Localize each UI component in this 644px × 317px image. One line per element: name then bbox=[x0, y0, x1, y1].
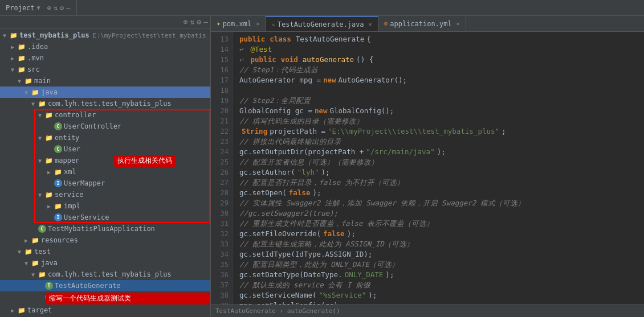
sidebar-item-package[interactable]: ▼ 📁 com.lyh.test.test_mybatis_plus bbox=[0, 98, 210, 109]
item-label: service bbox=[55, 191, 84, 199]
sidebar-item-entity[interactable]: ▼ 📁 entity bbox=[0, 132, 210, 143]
item-label: impl bbox=[64, 202, 80, 210]
item-label: xml bbox=[64, 168, 76, 176]
folder-icon: 📁 bbox=[44, 156, 54, 165]
folder-icon: 📁 bbox=[24, 76, 33, 85]
folder-icon: 📁 bbox=[44, 190, 54, 199]
code-line: // 配置日期类型，此处为 ONLY_DATE（可选） bbox=[237, 260, 644, 270]
item-label: target bbox=[27, 306, 52, 314]
tab-applicationyml[interactable]: ⚙ application.yml ✕ bbox=[378, 16, 466, 31]
sidebar-item-main[interactable]: ▼ 📁 main bbox=[0, 75, 210, 87]
sidebar-item-package-test[interactable]: ▼ 📁 com.lyh.test.test_mybatis_plus bbox=[0, 269, 210, 280]
item-label: java bbox=[41, 259, 58, 267]
code-content[interactable]: public class TestAutoGenerate { ↩ @Test … bbox=[233, 32, 644, 304]
editor-area: ✦ pom.xml ✕ ☕ TestAutoGenerate.java ✕ ⚙ … bbox=[211, 16, 644, 317]
sidebar-item-xml[interactable]: ▶ 📁 xml bbox=[0, 166, 210, 178]
folder-icon: 📁 bbox=[17, 53, 26, 63]
code-line: gc.setOpen(false); bbox=[237, 188, 644, 198]
sidebar-item-service[interactable]: ▼ 📁 service bbox=[0, 189, 210, 200]
sidebar-item-idea[interactable]: ▶ 📁 .idea bbox=[0, 41, 210, 52]
code-line: ↩ public void autoGenerate() { bbox=[237, 55, 644, 65]
item-label: User bbox=[64, 145, 80, 153]
close-icon[interactable]: — bbox=[203, 18, 208, 26]
class-icon: C bbox=[54, 122, 63, 131]
code-line: public class TestAutoGenerate { bbox=[237, 34, 644, 44]
tab-label: TestAutoGenerate.java bbox=[278, 20, 364, 28]
folder-icon: 📁 bbox=[44, 133, 54, 142]
sidebar-item-usermapper[interactable]: ▶ I UserMapper bbox=[0, 178, 210, 189]
tab-pom[interactable]: ✦ pom.xml ✕ bbox=[211, 16, 266, 31]
settings-icon[interactable]: ⚙ bbox=[197, 18, 201, 26]
item-label: UserMapper bbox=[64, 179, 105, 187]
item-label: com.lyh.test.test_mybatis_plus bbox=[48, 270, 172, 278]
code-line: // 配置是否打开目录，false 为不打开（可选） bbox=[237, 178, 644, 188]
sidebar-item-controller[interactable]: ▼ 📁 controller bbox=[0, 109, 210, 121]
folder-icon: 📁 bbox=[17, 306, 26, 315]
code-line: gc.setDateType(DateType.ONLY_DATE); bbox=[237, 270, 644, 280]
code-line: gc.setOutputDir(projectPath + "/src/main… bbox=[237, 147, 644, 157]
folder-icon: 📁 bbox=[54, 201, 63, 211]
sidebar-item-java-main[interactable]: ▼ 📁 java bbox=[0, 87, 210, 98]
folder-icon: 📁 bbox=[17, 42, 26, 51]
sidebar-item-resources[interactable]: ▶ 📁 resources bbox=[0, 234, 210, 246]
java-icon: ☕ bbox=[271, 20, 275, 28]
sidebar-item-application[interactable]: ▶ C TestMybatisPlusApplication bbox=[0, 223, 210, 234]
code-line: // Step2：全局配置 bbox=[237, 96, 644, 106]
sidebar-item-mvn[interactable]: ▶ 📁 .mvn bbox=[0, 52, 210, 64]
tab-label: application.yml bbox=[390, 20, 451, 28]
code-line bbox=[237, 85, 644, 96]
sync-icon[interactable]: ⊕ bbox=[184, 18, 188, 26]
folder-icon: 📁 bbox=[54, 167, 63, 176]
interface-icon: I bbox=[54, 179, 63, 188]
tree-root[interactable]: ▼ 📁 test_mybatis_plus E:\myProject\test\… bbox=[0, 30, 210, 41]
folder-icon: 📁 bbox=[17, 65, 26, 74]
sidebar-item-user[interactable]: ▶ C User bbox=[0, 143, 210, 155]
tab-testautogenerate[interactable]: ☕ TestAutoGenerate.java ✕ bbox=[266, 16, 378, 31]
breadcrumb: TestAutoGenerate › autoGenerate() bbox=[215, 307, 340, 315]
code-line: // 配置主键生成策略，此处为 ASSIGN_ID（可选） bbox=[237, 239, 644, 249]
line-numbers: 1314151617 1819202122 2324252627 2829303… bbox=[211, 32, 233, 304]
arrow-icon: ▼ bbox=[37, 5, 40, 11]
folder-icon: 📁 bbox=[44, 110, 54, 120]
sidebar-item-testautogenerate[interactable]: ▶ T TestAutoGenerate bbox=[0, 280, 210, 291]
project-label: Project bbox=[6, 4, 35, 12]
bottom-bar: TestAutoGenerate › autoGenerate() bbox=[211, 304, 644, 317]
item-label: TestAutoGenerate bbox=[55, 282, 121, 290]
item-label: UserController bbox=[64, 122, 121, 130]
yml-icon: ⚙ bbox=[384, 20, 388, 27]
folder-icon: 📁 bbox=[9, 31, 18, 40]
code-line: mpg.setGlobalConfig(gc); bbox=[237, 300, 644, 304]
sidebar-item-src[interactable]: ▼ 📁 src bbox=[0, 64, 210, 75]
collapse-icon[interactable]: ⇅ bbox=[190, 18, 195, 26]
code-line: //gc.setSwagger2(true); bbox=[237, 208, 644, 219]
code-line: // 默认生成的 service 会有 I 前缀 bbox=[237, 280, 644, 290]
sidebar-toolbar: ⊕ ⇅ ⚙ — bbox=[0, 16, 210, 28]
tab-close-icon[interactable]: ✕ bbox=[256, 20, 259, 27]
tab-close-icon[interactable]: ✕ bbox=[456, 20, 460, 27]
sidebar-item-apptests[interactable]: ▶ T TestMybatisPlusApplicationTests bbox=[0, 291, 210, 303]
item-label: com.lyh.test.test_mybatis_plus bbox=[48, 100, 172, 108]
sidebar-item-impl[interactable]: ▶ 📁 impl bbox=[0, 200, 210, 212]
sidebar-item-java-test[interactable]: ▼ 📁 java bbox=[0, 257, 210, 269]
interface-icon: I bbox=[54, 213, 63, 222]
folder-icon: 📁 bbox=[31, 236, 40, 245]
sidebar-item-userservice[interactable]: ▶ I UserService bbox=[0, 212, 210, 223]
item-label: test bbox=[34, 248, 51, 256]
sidebar-item-target[interactable]: ▶ 📁 target bbox=[0, 304, 210, 316]
sidebar-item-usercontroller[interactable]: ▶ C UserController bbox=[0, 121, 210, 132]
item-label: UserService bbox=[64, 213, 109, 221]
item-label: resources bbox=[41, 236, 78, 244]
code-area: 1314151617 1819202122 2324252627 2829303… bbox=[211, 32, 644, 304]
folder-icon: 📁 bbox=[38, 270, 47, 279]
arrow-icon: ▼ bbox=[1, 32, 8, 39]
project-tab[interactable]: Project ▼ ⊕ ⇅ ⚙ — bbox=[0, 0, 77, 15]
root-label: test_mybatis_plus bbox=[19, 31, 89, 39]
top-bar: Project ▼ ⊕ ⇅ ⚙ — bbox=[0, 0, 644, 16]
code-line: gc.setIdType(IdType.ASSIGN_ID); bbox=[237, 249, 644, 260]
code-line: AutoGenerator mpg = new AutoGenerator(); bbox=[237, 75, 644, 85]
sidebar-item-mapper[interactable]: ▼ 📁 mapper bbox=[0, 155, 210, 166]
class-icon: C bbox=[54, 145, 63, 154]
sidebar-item-test[interactable]: ▼ 📁 test bbox=[0, 246, 210, 257]
tab-label: pom.xml bbox=[223, 20, 252, 28]
tab-close-icon[interactable]: ✕ bbox=[369, 21, 372, 27]
